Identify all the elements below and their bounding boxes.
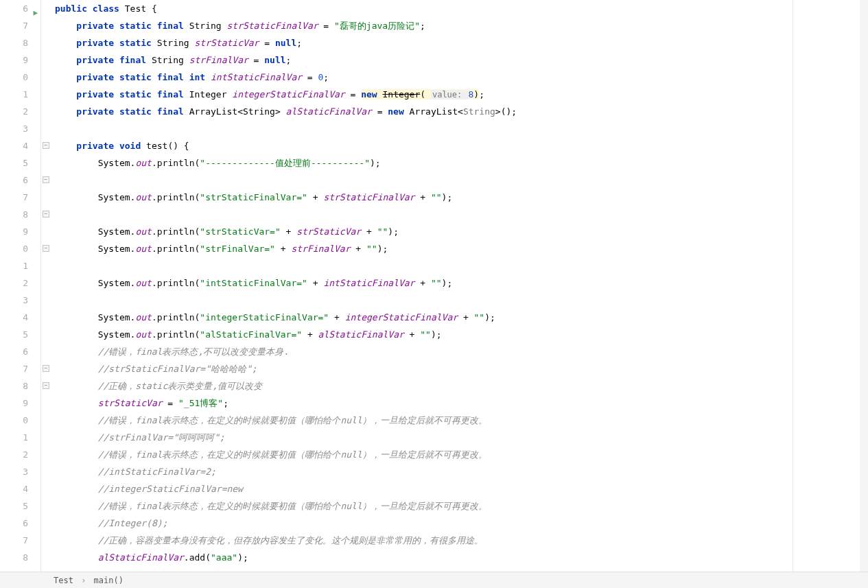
line-number[interactable]: 4 bbox=[0, 137, 28, 154]
code-line[interactable]: System.out.println("strFinalVar=" + strF… bbox=[55, 240, 868, 257]
line-number[interactable]: 8 bbox=[0, 206, 28, 223]
line-number[interactable]: 1 bbox=[0, 429, 28, 446]
chevron-right-icon: › bbox=[81, 576, 86, 585]
code-line[interactable] bbox=[55, 292, 868, 309]
code-line[interactable]: //integerStaticFinalVar=new bbox=[55, 480, 868, 497]
line-number[interactable]: 7 bbox=[0, 17, 28, 34]
code-line[interactable]: //错误，final表示终态,不可以改变变量本身. bbox=[55, 343, 868, 360]
right-margin-guide bbox=[793, 0, 793, 572]
line-number[interactable]: 0 bbox=[0, 69, 28, 86]
line-number[interactable]: 1 bbox=[0, 86, 28, 103]
line-number[interactable]: 0 bbox=[0, 240, 28, 257]
code-editor[interactable]: public class Test { private static final… bbox=[51, 0, 868, 572]
code-line[interactable]: System.out.println("strStaticVar=" + str… bbox=[55, 223, 868, 240]
line-number[interactable]: 2 bbox=[0, 103, 28, 120]
breadcrumb-item[interactable]: main() bbox=[94, 576, 124, 585]
line-number[interactable]: 4 bbox=[0, 309, 28, 326]
line-number[interactable]: 2 bbox=[0, 274, 28, 292]
line-number[interactable]: 1 bbox=[0, 257, 28, 274]
line-number[interactable]: 9 bbox=[0, 395, 28, 412]
line-number-gutter[interactable]: 6▶78901234567890123456789012345678 bbox=[0, 0, 41, 572]
fold-toggle-icon[interactable]: − bbox=[43, 382, 49, 389]
code-line[interactable]: //错误，final表示终态，在定义的时候就要初值（哪怕给个null），一旦给定… bbox=[55, 412, 868, 429]
code-line[interactable]: strStaticVar = "_51博客"; bbox=[55, 395, 868, 412]
vertical-scrollbar[interactable] bbox=[860, 0, 868, 572]
line-number[interactable]: 3 bbox=[0, 292, 28, 309]
line-number[interactable]: 3 bbox=[0, 463, 28, 480]
line-number[interactable]: 7 bbox=[0, 360, 28, 377]
fold-gutter[interactable]: −−−−−− bbox=[41, 0, 51, 572]
code-line[interactable]: System.out.println("intStaticFinalVar=" … bbox=[55, 274, 868, 292]
code-line[interactable]: System.out.println("integerStaticFinalVa… bbox=[55, 309, 868, 326]
code-line[interactable]: System.out.println("-------------值处理前---… bbox=[55, 154, 868, 172]
code-line[interactable]: private final String strFinalVar = null; bbox=[55, 51, 868, 69]
line-number[interactable]: 2 bbox=[0, 446, 28, 463]
line-number[interactable]: 6 bbox=[0, 515, 28, 532]
code-line[interactable]: //错误，final表示终态，在定义的时候就要初值（哪怕给个null），一旦给定… bbox=[55, 497, 868, 515]
editor-container: 6▶78901234567890123456789012345678 −−−−−… bbox=[0, 0, 868, 572]
code-line[interactable]: private static final int intStaticFinalV… bbox=[55, 69, 868, 86]
line-number[interactable]: 5 bbox=[0, 497, 28, 515]
code-line[interactable]: //Integer(8); bbox=[55, 515, 868, 532]
fold-toggle-icon[interactable]: − bbox=[43, 245, 49, 252]
line-number[interactable]: 7 bbox=[0, 532, 28, 549]
line-number[interactable]: 9 bbox=[0, 223, 28, 240]
line-number[interactable]: 8 bbox=[0, 549, 28, 566]
line-number[interactable]: 4 bbox=[0, 480, 28, 497]
line-number[interactable]: 9 bbox=[0, 51, 28, 69]
code-line[interactable]: //intStaticFinalVar=2; bbox=[55, 463, 868, 480]
line-number[interactable]: 6 bbox=[0, 343, 28, 360]
breadcrumb-bar[interactable]: Test › main() bbox=[0, 572, 868, 588]
code-line[interactable]: //错误，final表示终态，在定义的时候就要初值（哪怕给个null），一旦给定… bbox=[55, 446, 868, 463]
code-line[interactable]: //正确，容器变量本身没有变化，但存放内容发生了变化。这个规则是非常常用的，有很… bbox=[55, 532, 868, 549]
line-number[interactable]: 8 bbox=[0, 377, 28, 395]
code-line[interactable] bbox=[55, 257, 868, 274]
code-line[interactable]: private static final String strStaticFin… bbox=[55, 17, 868, 34]
line-number[interactable]: 8 bbox=[0, 34, 28, 51]
line-number[interactable]: 7 bbox=[0, 189, 28, 206]
code-line[interactable]: //strFinalVar="呵呵呵呵"; bbox=[55, 429, 868, 446]
run-icon[interactable]: ▶ bbox=[33, 4, 38, 21]
code-line[interactable]: public class Test { bbox=[55, 0, 868, 17]
line-number[interactable]: 6 bbox=[0, 172, 28, 189]
line-number[interactable]: 0 bbox=[0, 412, 28, 429]
code-line[interactable]: //strStaticFinalVar="哈哈哈哈"; bbox=[55, 360, 868, 377]
code-line[interactable]: private static final ArrayList<String> a… bbox=[55, 103, 868, 120]
code-line[interactable]: System.out.println("alStaticFinalVar=" +… bbox=[55, 326, 868, 343]
line-number[interactable]: 5 bbox=[0, 154, 28, 172]
code-line[interactable]: private static final Integer integerStat… bbox=[55, 86, 868, 103]
code-line[interactable] bbox=[55, 120, 868, 137]
code-line[interactable]: //正确，static表示类变量,值可以改变 bbox=[55, 377, 868, 395]
fold-toggle-icon[interactable]: − bbox=[43, 365, 49, 372]
fold-toggle-icon[interactable]: − bbox=[43, 176, 49, 183]
code-line[interactable]: private void test() { bbox=[55, 137, 868, 154]
breadcrumb-item[interactable]: Test bbox=[54, 576, 73, 585]
line-number[interactable]: 5 bbox=[0, 326, 28, 343]
line-number[interactable]: 6▶ bbox=[0, 0, 28, 17]
code-line[interactable]: private static String strStaticVar = nul… bbox=[55, 34, 868, 51]
code-line[interactable]: System.out.println("strStaticFinalVar=" … bbox=[55, 189, 868, 206]
code-line[interactable] bbox=[55, 172, 868, 189]
fold-toggle-icon[interactable]: − bbox=[43, 142, 49, 149]
fold-toggle-icon[interactable]: − bbox=[43, 211, 49, 217]
code-line[interactable] bbox=[55, 206, 868, 223]
line-number[interactable]: 3 bbox=[0, 120, 28, 137]
code-line[interactable]: alStaticFinalVar.add("aaa"); bbox=[55, 549, 868, 566]
